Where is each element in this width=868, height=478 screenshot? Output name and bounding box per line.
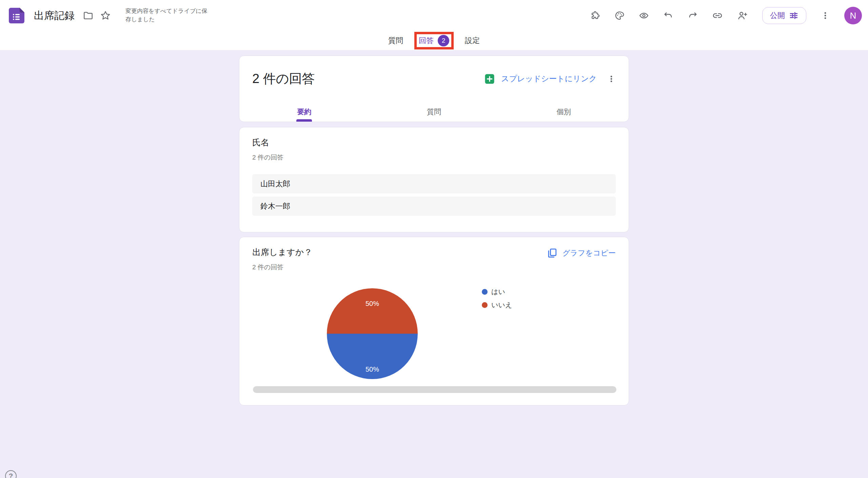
copy-link-button[interactable] (712, 10, 723, 21)
tab-summary[interactable]: 要約 (239, 102, 369, 122)
copy-icon (546, 247, 558, 259)
save-status: 変更内容をすべてドライブに保存しました (125, 7, 210, 24)
redo-button[interactable] (688, 11, 698, 21)
tab-settings[interactable]: 設定 (465, 33, 480, 48)
answers-list: 山田太郎 鈴木一郎 (252, 174, 616, 216)
chart-legend: はい いいえ (482, 287, 512, 310)
responses-more-button[interactable] (607, 75, 616, 83)
tab-question-view[interactable]: 質問 (369, 102, 499, 122)
star-button[interactable] (100, 10, 111, 21)
sheets-icon (484, 73, 496, 85)
add-collaborator-button[interactable] (737, 10, 748, 21)
publish-label: 公開 (770, 11, 785, 21)
responses-total-title: 2 件の回答 (252, 70, 315, 87)
question-title: 氏名 (252, 137, 616, 148)
undo-button[interactable] (663, 11, 673, 21)
responses-count-badge: 2 (438, 35, 449, 46)
question-title: 出席しますか？ (252, 247, 312, 258)
link-to-sheets-label: スプレッドシートにリンク (501, 74, 597, 84)
question-card-name: 氏名 2 件の回答 山田太郎 鈴木一郎 (239, 127, 629, 232)
chart-horizontal-scrollbar[interactable] (253, 386, 616, 393)
copy-link-icon (712, 10, 723, 21)
legend-dot (482, 302, 488, 308)
tab-questions[interactable]: 質問 (388, 33, 403, 48)
redo-icon (688, 11, 698, 21)
app-header: 出席記録 変更内容をすべてドライブに保存しました (0, 0, 868, 31)
publish-button[interactable]: 公開 (762, 7, 806, 24)
help-icon: ? (9, 472, 13, 478)
legend-label: はい (491, 287, 505, 296)
active-tab-indicator (296, 119, 312, 122)
question-response-count: 2 件の回答 (252, 263, 312, 272)
legend-label: いいえ (491, 300, 512, 310)
palette-icon (614, 11, 625, 21)
legend-item: いいえ (482, 300, 512, 310)
theme-button[interactable] (614, 11, 625, 21)
tab-summary-label: 要約 (297, 107, 311, 117)
form-title[interactable]: 出席記録 (34, 9, 75, 23)
responses-summary-card: 2 件の回答 スプレッドシートにリンク 要約 (239, 56, 629, 122)
question-response-count: 2 件の回答 (252, 153, 616, 162)
pie-percent-label: 50% (366, 366, 379, 373)
tab-responses-label: 回答 (419, 36, 434, 46)
forms-logo-icon[interactable] (9, 8, 24, 23)
legend-item: はい (482, 287, 512, 296)
extensions-button[interactable] (590, 11, 600, 21)
answer-row: 鈴木一郎 (252, 196, 616, 216)
more-options-button[interactable] (821, 11, 830, 20)
undo-icon (663, 11, 673, 21)
tune-icon (789, 11, 798, 20)
copy-chart-label: グラフをコピー (563, 248, 616, 258)
question-card-attendance: 出席しますか？ 2 件の回答 グラフをコピー 50% 50% はい (239, 237, 629, 406)
tab-responses[interactable]: 回答 2 (419, 33, 449, 48)
star-icon (100, 10, 111, 21)
legend-dot (482, 289, 488, 295)
kebab-menu-icon (821, 11, 830, 20)
answer-row: 山田太郎 (252, 174, 616, 193)
link-to-sheets-button[interactable]: スプレッドシートにリンク (484, 73, 597, 85)
account-avatar[interactable]: N (844, 7, 862, 24)
pie-percent-label: 50% (366, 300, 379, 308)
extensions-icon (590, 11, 600, 21)
tab-individual[interactable]: 個別 (499, 102, 629, 122)
form-nav-tabbar: 質問 回答 2 設定 (0, 31, 868, 50)
kebab-menu-icon (607, 75, 616, 83)
preview-eye-icon (639, 11, 649, 21)
folder-icon (83, 10, 94, 21)
pie-chart: 50% 50% (327, 288, 418, 379)
move-folder-button[interactable] (83, 10, 94, 21)
preview-button[interactable] (639, 11, 649, 21)
header-toolbar: 公開 N (590, 7, 868, 24)
copy-chart-button[interactable]: グラフをコピー (546, 247, 616, 259)
responses-view-tabs: 要約 質問 個別 (239, 102, 629, 122)
responses-page: 2 件の回答 スプレッドシートにリンク 要約 (0, 50, 868, 478)
add-collaborator-icon (737, 10, 748, 21)
